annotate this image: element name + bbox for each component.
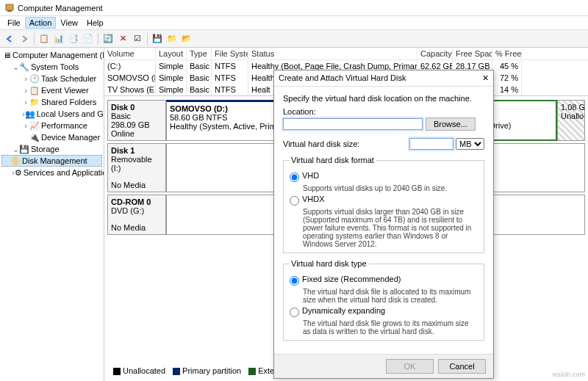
tool-3-icon[interactable]: 📑 xyxy=(67,32,80,46)
unallocated-space[interactable]: 1.08 GB Unalloc xyxy=(557,100,585,141)
col-pfree[interactable]: % Free xyxy=(492,48,522,59)
tool-1-icon[interactable]: 📋 xyxy=(37,32,51,46)
col-volume[interactable]: Volume xyxy=(104,48,156,59)
vhd-desc: Supports virtual disks up to 2040 GB in … xyxy=(303,184,478,192)
fixed-radio[interactable] xyxy=(290,276,299,286)
expand-icon[interactable]: › xyxy=(22,121,29,130)
swatch-unallocated xyxy=(113,368,121,375)
back-button[interactable] xyxy=(3,32,16,46)
disk-2-icon[interactable]: 📁 xyxy=(165,32,179,46)
collapse-icon[interactable]: ⌄ xyxy=(12,62,19,72)
size-input[interactable] xyxy=(409,138,453,150)
disk-3-icon[interactable]: 📂 xyxy=(180,32,193,46)
col-status[interactable]: Status xyxy=(248,48,417,59)
toolbar: 📋 📊 📑 📄 🔄 ✕ ☑ 💾 📁 📂 xyxy=(0,30,588,48)
disk-icon: 📀 xyxy=(10,156,21,166)
menu-help[interactable]: Help xyxy=(82,17,108,29)
clock-icon: 🕐 xyxy=(29,73,40,84)
dynamic-desc: The virtual hard disk file grows to its … xyxy=(303,319,478,335)
close-icon[interactable]: ✕ xyxy=(482,73,489,83)
tree-shared-folders[interactable]: ›📁Shared Folders xyxy=(1,96,102,108)
vhd-radio[interactable] xyxy=(290,173,299,182)
svg-rect-0 xyxy=(6,4,13,10)
perf-icon: 📈 xyxy=(29,120,40,131)
forward-button[interactable] xyxy=(18,32,31,46)
delete-icon[interactable]: ✕ xyxy=(116,32,129,46)
refresh-icon[interactable]: 🔄 xyxy=(101,32,115,46)
expand-icon[interactable]: › xyxy=(22,74,29,83)
tree-local-users[interactable]: ›👥Local Users and Groups xyxy=(1,108,102,120)
location-input[interactable] xyxy=(283,118,423,130)
browse-button[interactable]: Browse... xyxy=(426,117,476,131)
disk-1-label: Disk 1 Removable (I:) No Media xyxy=(107,143,166,192)
menu-view[interactable]: View xyxy=(56,17,82,29)
cdrom-label: CD-ROM 0 DVD (G:) No Media xyxy=(107,195,166,235)
col-free[interactable]: Free Space xyxy=(453,48,492,59)
type-fieldset: Virtual hard disk type Fixed size (Recom… xyxy=(283,259,484,341)
users-icon: 👥 xyxy=(25,109,35,119)
size-unit-select[interactable]: MB xyxy=(456,138,484,150)
menu-file[interactable]: File xyxy=(3,17,25,29)
collapse-icon[interactable]: ⌄ xyxy=(12,145,19,154)
window-titlebar: Computer Management xyxy=(0,0,588,16)
services-icon: ⚙ xyxy=(15,167,22,178)
col-capacity[interactable]: Capacity xyxy=(417,48,453,59)
device-icon: 🔌 xyxy=(29,132,40,142)
tree-disk-management[interactable]: 📀Disk Management xyxy=(1,155,102,167)
tool-4-icon[interactable]: 📄 xyxy=(82,32,95,46)
tree-root[interactable]: 🖥Computer Management (Local xyxy=(1,49,102,61)
type-legend: Virtual hard disk type xyxy=(290,259,368,268)
swatch-primary xyxy=(173,368,180,375)
ok-button[interactable]: OK xyxy=(386,359,434,374)
volume-header: Volume Layout Type File System Status Ca… xyxy=(104,48,588,60)
nav-tree: 🖥Computer Management (Local ⌄🔧System Too… xyxy=(0,48,104,381)
col-type[interactable]: Type xyxy=(187,48,212,59)
col-filesystem[interactable]: File System xyxy=(212,48,248,59)
tree-services[interactable]: ›⚙Services and Applications xyxy=(1,167,102,178)
dialog-title: Create and Attach Virtual Hard Disk xyxy=(279,73,406,83)
disk-1-icon[interactable]: 💾 xyxy=(151,32,164,46)
size-label: Virtual hard disk size: xyxy=(283,139,359,148)
fixed-desc: The virtual hard disk file is allocated … xyxy=(303,288,478,304)
vhdx-desc: Supports virtual disks larger than 2040 … xyxy=(303,208,478,248)
tree-system-tools[interactable]: ⌄🔧System Tools xyxy=(1,61,102,73)
storage-icon: 💾 xyxy=(19,144,29,154)
app-icon xyxy=(4,3,15,13)
tree-device-manager[interactable]: 🔌Device Manager xyxy=(1,131,102,143)
event-icon: 📋 xyxy=(29,85,40,95)
create-vhd-dialog: Create and Attach Virtual Hard Disk ✕ Sp… xyxy=(273,70,494,379)
window-title: Computer Management xyxy=(18,4,103,12)
expand-icon[interactable]: › xyxy=(22,98,29,106)
vhdx-radio[interactable] xyxy=(290,196,299,206)
expand-icon[interactable]: › xyxy=(22,86,29,95)
format-fieldset: Virtual hard disk format VHD Supports vi… xyxy=(283,156,484,253)
tool-2-icon[interactable]: 📊 xyxy=(52,32,65,46)
cancel-button[interactable]: Cancel xyxy=(438,359,486,374)
properties-icon[interactable]: ☑ xyxy=(131,32,144,46)
tree-performance[interactable]: ›📈Performance xyxy=(1,120,102,131)
menu-action[interactable]: Action xyxy=(25,17,57,29)
folder-icon: 📁 xyxy=(29,97,40,107)
format-legend: Virtual hard disk format xyxy=(290,156,376,164)
col-layout[interactable]: Layout xyxy=(156,48,187,59)
svg-rect-1 xyxy=(7,10,12,12)
computer-icon: 🖥 xyxy=(3,50,11,60)
tree-event-viewer[interactable]: ›📋Event Viewer xyxy=(1,84,102,96)
dynamic-radio[interactable] xyxy=(290,308,299,317)
swatch-extended xyxy=(248,368,256,375)
tree-storage[interactable]: ⌄💾Storage xyxy=(1,143,102,155)
tools-icon: 🔧 xyxy=(19,62,29,72)
menubar: File Action View Help xyxy=(0,16,588,30)
watermark: wsiidn.com xyxy=(552,371,585,378)
location-label: Location: xyxy=(283,107,484,116)
tree-task-scheduler[interactable]: ›🕐Task Scheduler xyxy=(1,73,102,84)
disk-0-label: Disk 0 Basic 298.09 GB Online xyxy=(107,100,166,141)
dialog-intro: Specify the virtual hard disk location o… xyxy=(283,94,484,103)
